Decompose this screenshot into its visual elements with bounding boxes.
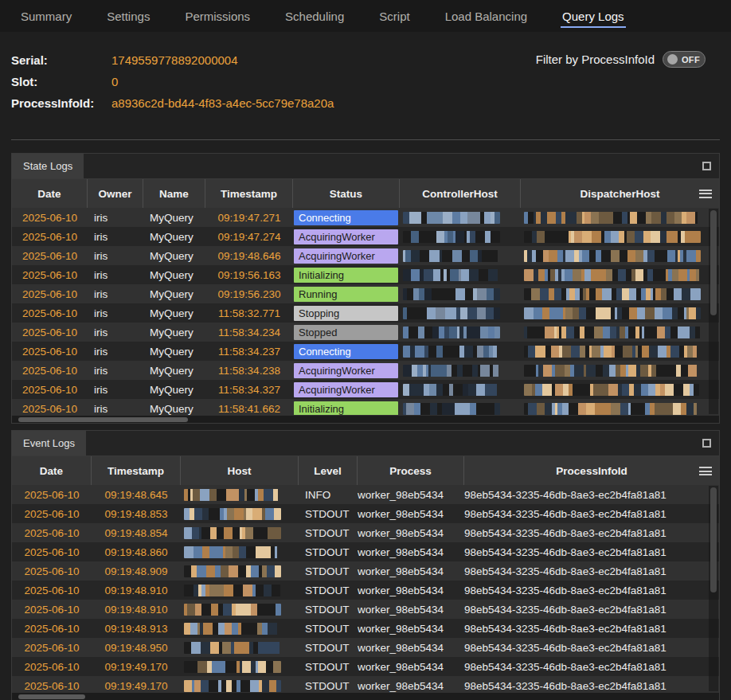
cell-timestamp: 09:19:56.163 [205, 265, 293, 284]
event-log-row[interactable]: 2025-06-1009:19:48.645INFOworker_98eb543… [12, 485, 719, 504]
redacted-host-value [524, 231, 701, 243]
event-log-row[interactable]: 2025-06-1009:19:48.853STDOUTworker_98eb5… [12, 504, 719, 523]
nav-tab-settings[interactable]: Settings [89, 0, 167, 32]
cell-name: MyQuery [143, 380, 205, 399]
scrollbar-thumb[interactable] [18, 417, 188, 422]
maximize-icon[interactable] [702, 439, 711, 448]
state-log-row[interactable]: 2025-06-10irisMyQuery11:58:32.771Stoppin… [12, 303, 719, 323]
filter-label: Filter by ProcessInfoId [536, 53, 655, 66]
column-header-level[interactable]: Level [299, 456, 358, 485]
state-logs-vertical-scrollbar[interactable] [709, 209, 718, 414]
state-log-row[interactable]: 2025-06-10irisMyQuery11:58:34.234Stopped [12, 323, 719, 342]
column-header-timestamp[interactable]: Timestamp [92, 456, 181, 485]
column-header-process[interactable]: Process [358, 456, 464, 485]
redacted-host-value [184, 642, 281, 654]
cell-name: MyQuery [143, 323, 205, 342]
event-log-row[interactable]: 2025-06-1009:19:48.913STDOUTworker_98eb5… [12, 619, 719, 638]
cell-controllerhost [400, 303, 521, 323]
event-log-row[interactable]: 2025-06-1009:19:48.910STDOUTworker_98eb5… [12, 581, 719, 600]
cell-controllerhost [400, 227, 521, 246]
nav-tab-summary[interactable]: Summary [3, 0, 89, 32]
column-header-host[interactable]: Host [181, 456, 299, 485]
cell-date: 2025-06-10 [12, 342, 88, 361]
cell-host [181, 523, 299, 542]
event-log-row[interactable]: 2025-06-1009:19:49.170STDOUTworker_98eb5… [12, 657, 719, 676]
scrollbar-thumb[interactable] [710, 210, 717, 315]
cell-timestamp: 11:58:32.771 [205, 303, 293, 323]
cell-timestamp: 09:19:48.646 [205, 246, 293, 265]
column-header-processinfoid[interactable]: ProcessInfoId [464, 456, 719, 485]
nav-tab-scheduling[interactable]: Scheduling [268, 0, 362, 32]
cell-timestamp: 11:58:34.234 [205, 323, 293, 342]
event-logs-vertical-scrollbar[interactable] [709, 486, 718, 691]
cell-process: worker_98eb5434 [358, 485, 464, 504]
event-log-row[interactable]: 2025-06-1009:19:48.909STDOUTworker_98eb5… [12, 561, 719, 581]
cell-host [181, 600, 299, 619]
table-menu-icon[interactable] [699, 190, 712, 198]
cell-date: 2025-06-10 [12, 619, 92, 638]
status-badge: AcquiringWorker [294, 248, 398, 264]
column-header-status[interactable]: Status [293, 179, 400, 208]
event-logs-tab[interactable]: Event Logs [12, 431, 86, 456]
cell-processinfoid: 98eb5434-3235-46db-8ae3-ec2b4fa81a81 [464, 523, 719, 542]
scrollbar-thumb[interactable] [18, 694, 85, 699]
state-log-row[interactable]: 2025-06-10irisMyQuery11:58:34.238Acquiri… [12, 361, 719, 380]
cell-timestamp: 09:19:47.274 [205, 227, 293, 246]
cell-date: 2025-06-10 [12, 208, 88, 227]
event-logs-horizontal-scrollbar[interactable] [12, 692, 719, 700]
state-log-row[interactable]: 2025-06-10irisMyQuery09:19:47.274Acquiri… [12, 227, 719, 246]
cell-timestamp: 11:58:34.238 [205, 361, 293, 380]
filter-toggle[interactable]: OFF [663, 51, 706, 68]
nav-tab-query-logs[interactable]: Query Logs [545, 0, 642, 32]
event-log-row[interactable]: 2025-06-1009:19:48.860STDOUTworker_98eb5… [12, 542, 719, 561]
nav-tab-script[interactable]: Script [362, 0, 427, 32]
cell-date: 2025-06-10 [12, 265, 88, 284]
cell-name: MyQuery [143, 227, 205, 246]
redacted-host-value [403, 365, 500, 377]
column-header-timestamp[interactable]: Timestamp [205, 179, 293, 208]
state-log-row[interactable]: 2025-06-10irisMyQuery11:58:41.662Initial… [12, 399, 719, 415]
toggle-state-label: OFF [682, 55, 700, 65]
cell-date: 2025-06-10 [12, 638, 92, 657]
state-logs-tab[interactable]: State Logs [12, 154, 84, 178]
nav-tab-load-balancing[interactable]: Load Balancing [428, 0, 545, 32]
state-log-row[interactable]: 2025-06-10irisMyQuery09:19:47.271Connect… [12, 208, 719, 227]
event-log-row[interactable]: 2025-06-1009:19:48.910STDOUTworker_98eb5… [12, 600, 719, 619]
cell-process: worker_98eb5434 [358, 523, 464, 542]
cell-dispatcherhost [521, 246, 719, 265]
state-log-row[interactable]: 2025-06-10irisMyQuery09:19:48.646Acquiri… [12, 246, 719, 265]
event-log-row[interactable]: 2025-06-1009:19:48.950STDOUTworker_98eb5… [12, 638, 719, 657]
cell-level: STDOUT [299, 657, 358, 676]
cell-date: 2025-06-10 [12, 361, 88, 380]
redacted-host-value [524, 250, 701, 262]
nav-tab-permissions[interactable]: Permissions [167, 0, 268, 32]
column-header-dispatcherhost[interactable]: DispatcherHost [521, 179, 719, 208]
column-header-name[interactable]: Name [143, 179, 205, 208]
column-header-date[interactable]: Date [12, 179, 88, 208]
event-log-row[interactable]: 2025-06-1009:19:49.170STDOUTworker_98eb5… [12, 676, 719, 692]
state-log-row[interactable]: 2025-06-10irisMyQuery11:58:34.237Connect… [12, 342, 719, 361]
table-menu-icon[interactable] [699, 467, 712, 475]
status-badge: Running [294, 287, 398, 302]
state-log-row[interactable]: 2025-06-10irisMyQuery09:19:56.163Initial… [12, 265, 719, 284]
state-logs-horizontal-scrollbar[interactable] [12, 415, 719, 423]
redacted-host-value [524, 403, 701, 415]
cell-host [181, 676, 299, 692]
cell-controllerhost [400, 380, 521, 399]
cell-host [181, 581, 299, 600]
status-badge: Connecting [294, 344, 398, 359]
redacted-host-value [403, 288, 500, 300]
column-header-controllerhost[interactable]: ControllerHost [400, 179, 521, 208]
column-header-owner[interactable]: Owner [88, 179, 143, 208]
cell-processinfoid: 98eb5434-3235-46db-8ae3-ec2b4fa81a81 [464, 485, 719, 504]
cell-processinfoid: 98eb5434-3235-46db-8ae3-ec2b4fa81a81 [464, 504, 719, 523]
column-header-date[interactable]: Date [12, 456, 92, 485]
maximize-icon[interactable] [702, 162, 711, 170]
state-log-row[interactable]: 2025-06-10irisMyQuery11:58:34.327Acquiri… [12, 380, 719, 399]
event-log-row[interactable]: 2025-06-1009:19:48.854STDOUTworker_98eb5… [12, 523, 719, 542]
redacted-host-value [524, 327, 701, 338]
cell-controllerhost [400, 265, 521, 284]
cell-date: 2025-06-10 [12, 542, 92, 561]
scrollbar-thumb[interactable] [710, 487, 717, 592]
state-log-row[interactable]: 2025-06-10irisMyQuery09:19:56.230Running [12, 284, 719, 303]
